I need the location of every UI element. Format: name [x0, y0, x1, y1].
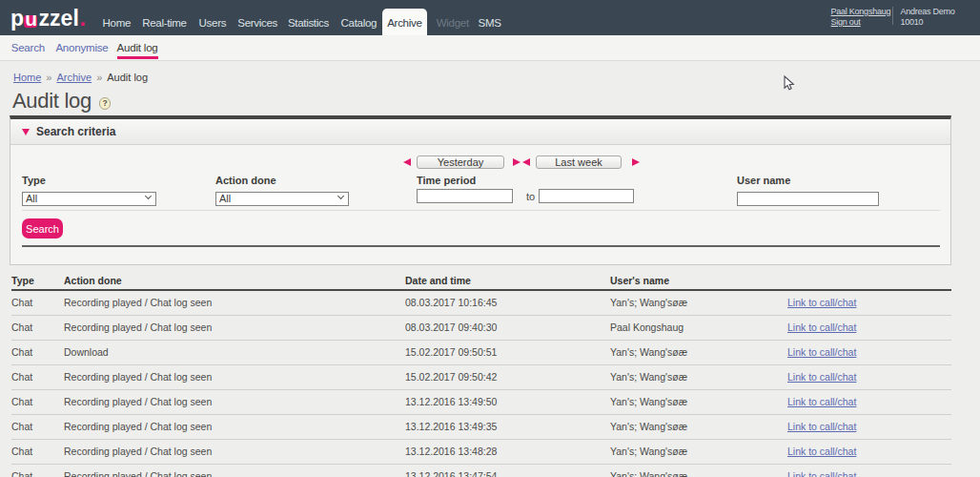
col-header-action-done: Action done [64, 271, 405, 290]
cell-users-name: Yan's; Wang'søæ [610, 464, 787, 477]
audit-log-table: Type Action done Date and time User's na… [11, 271, 951, 477]
table-row: Chat Recording played / Chat log seen 15… [11, 364, 951, 389]
table-row: Chat Recording played / Chat log seen 08… [11, 290, 951, 315]
cell-date-and-time: 08.03.2017 09:40:30 [405, 315, 610, 340]
type-field-group: Type All [22, 175, 156, 206]
table-row: Chat Recording played / Chat log seen 08… [11, 315, 951, 340]
cell-users-name: Yan's; Wang'søæ [610, 290, 787, 315]
yesterday-next-arrow-icon[interactable] [513, 158, 521, 166]
collapse-triangle-icon [22, 129, 30, 135]
search-criteria-body: Yesterday Last week Type All Action done… [10, 145, 950, 263]
page-title: Audit log ? [12, 91, 111, 112]
cell-users-name: Yan's; Wang'søæ [610, 389, 787, 414]
link-to-call-chat[interactable]: Link to call/chat [787, 446, 856, 457]
yesterday-prev-arrow-icon[interactable] [403, 158, 411, 166]
cell-link: Link to call/chat [787, 340, 951, 364]
cell-type: Chat [11, 315, 64, 340]
customer-info: Andreas Demo 10010 [901, 7, 955, 27]
subnav-item-audit-log[interactable]: Audit log [117, 35, 158, 59]
table-row: Chat Recording played / Chat log seen 13… [11, 414, 951, 439]
link-to-call-chat[interactable]: Link to call/chat [787, 421, 856, 432]
cell-date-and-time: 13.12.2016 13:47:54 [405, 464, 610, 477]
search-criteria-label: Search criteria [36, 125, 115, 138]
subnav-item-search[interactable]: Search [11, 35, 45, 53]
panel-light-divider [22, 210, 940, 211]
search-button[interactable]: Search [22, 218, 63, 238]
breadcrumb-separator: » [96, 72, 102, 83]
link-to-call-chat[interactable]: Link to call/chat [787, 321, 856, 333]
cell-date-and-time: 15.02.2017 09:50:51 [405, 340, 610, 364]
link-to-call-chat[interactable]: Link to call/chat [787, 396, 856, 407]
search-criteria-header[interactable]: Search criteria [10, 119, 950, 145]
select-wrapper: All [215, 189, 349, 206]
cell-type: Chat [11, 290, 64, 315]
cell-type: Chat [11, 464, 64, 477]
type-select[interactable]: All [22, 192, 156, 206]
cell-link: Link to call/chat [787, 315, 951, 340]
breadcrumb-archive-link[interactable]: Archive [56, 72, 92, 83]
type-label: Type [22, 175, 156, 186]
sub-nav: Search Anonymise Audit log [0, 35, 980, 61]
account-links: Paal Kongshaug Sign out [831, 7, 891, 27]
user-name-field-group: User name [737, 175, 879, 206]
table-row: Chat Recording played / Chat log seen 13… [11, 389, 951, 414]
cell-link: Link to call/chat [787, 389, 951, 414]
time-period-label: Time period [417, 175, 634, 186]
breadcrumb-home-link[interactable]: Home [13, 72, 41, 83]
cell-action-done: Recording played / Chat log seen [64, 364, 405, 389]
last-week-prev-arrow-icon[interactable] [522, 158, 530, 166]
cell-link: Link to call/chat [787, 364, 951, 389]
last-week-next-arrow-icon[interactable] [632, 158, 640, 166]
cell-type: Chat [11, 414, 64, 439]
time-period-inputs: to [417, 189, 634, 203]
table-row: Chat Recording played / Chat log seen 13… [11, 439, 951, 464]
yesterday-button[interactable]: Yesterday [417, 156, 504, 169]
cell-type: Chat [11, 364, 64, 389]
link-to-call-chat[interactable]: Link to call/chat [787, 346, 856, 358]
panel-dark-divider [22, 245, 940, 247]
help-icon[interactable]: ? [99, 97, 112, 110]
breadcrumb-current: Audit log [107, 72, 148, 83]
cell-link: Link to call/chat [787, 290, 951, 315]
cell-users-name: Yan's; Wang'søæ [610, 340, 787, 364]
cell-action-done: Recording played / Chat log seen [64, 315, 405, 340]
quick-date-controls: Yesterday Last week [403, 156, 640, 169]
breadcrumb: Home»Archive»Audit log [13, 72, 148, 83]
time-period-to-label: to [526, 191, 535, 202]
last-week-button[interactable]: Last week [536, 156, 622, 169]
table-header-row: Type Action done Date and time User's na… [11, 271, 951, 290]
col-header-type: Type [11, 271, 64, 290]
cell-action-done: Recording played / Chat log seen [64, 439, 405, 464]
sign-out-link[interactable]: Sign out [831, 17, 891, 28]
cell-action-done: Recording played / Chat log seen [64, 414, 405, 439]
cell-type: Chat [11, 389, 64, 414]
user-profile-link[interactable]: Paal Kongshaug [831, 7, 891, 17]
cell-date-and-time: 13.12.2016 13:49:35 [405, 414, 610, 439]
col-header-date-and-time: Date and time [405, 271, 610, 290]
subnav-item-anonymise[interactable]: Anonymise [55, 35, 108, 53]
top-bar: p u zzel . Home Real-time Users Services… [0, 0, 980, 35]
cell-action-done: Download [64, 340, 405, 364]
cell-date-and-time: 13.12.2016 13:49:50 [405, 389, 610, 414]
account-area: Paal Kongshaug Sign out Andreas Demo 100… [0, 0, 980, 35]
time-period-field-group: Time period to [417, 175, 634, 203]
link-to-call-chat[interactable]: Link to call/chat [787, 297, 856, 308]
cell-users-name: Yan's; Wang'søæ [610, 414, 787, 439]
user-name-label: User name [737, 175, 879, 186]
cell-link: Link to call/chat [787, 414, 951, 439]
link-to-call-chat[interactable]: Link to call/chat [787, 470, 856, 477]
table-row: Chat Recording played / Chat log seen 13… [11, 464, 951, 477]
col-header-link [787, 271, 951, 290]
table-row: Chat Download 15.02.2017 09:50:51 Yan's;… [11, 340, 951, 364]
cell-users-name: Yan's; Wang'søæ [610, 364, 787, 389]
cell-type: Chat [11, 439, 64, 464]
link-to-call-chat[interactable]: Link to call/chat [787, 371, 856, 383]
breadcrumb-separator: » [46, 72, 51, 83]
customer-name: Andreas Demo [901, 7, 955, 17]
action-done-select[interactable]: All [215, 192, 349, 206]
time-period-to-input[interactable] [539, 189, 634, 203]
user-name-input[interactable] [737, 192, 879, 206]
search-criteria-panel: Search criteria Yesterday Last week Type… [10, 115, 951, 265]
cell-date-and-time: 08.03.2017 10:16:45 [405, 290, 610, 315]
time-period-from-input[interactable] [417, 189, 513, 203]
